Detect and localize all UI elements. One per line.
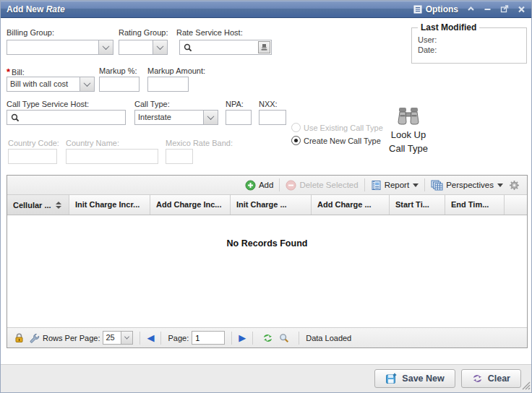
resize-grip[interactable] xyxy=(521,381,531,392)
rate-service-host-clear-button[interactable] xyxy=(258,41,270,53)
rows-per-page-value: 25 xyxy=(103,332,121,344)
title-bar: Add New Rate Options xyxy=(1,1,531,18)
refresh-icon[interactable] xyxy=(262,333,273,343)
chevron-down-icon xyxy=(157,43,164,50)
sort-icon xyxy=(56,202,61,209)
report-button[interactable]: Report xyxy=(371,180,419,191)
markup-amount-label: Markup Amount: xyxy=(147,66,205,75)
radio-icon xyxy=(291,123,301,132)
nxx-input[interactable] xyxy=(259,111,286,124)
rows-per-page-select[interactable]: 25 xyxy=(103,331,133,345)
search-icon xyxy=(11,113,20,122)
npa-field xyxy=(226,110,252,125)
billing-group-dropdown-button[interactable] xyxy=(98,40,113,54)
wrench-icon[interactable] xyxy=(30,333,40,343)
grid-settings-button[interactable] xyxy=(509,180,523,191)
rating-group-dropdown-button[interactable] xyxy=(153,40,167,54)
billing-group-label: Billing Group: xyxy=(7,28,54,37)
rate-service-host-field xyxy=(179,40,272,55)
call-type-select[interactable]: Interstate xyxy=(134,110,218,125)
add-icon xyxy=(245,180,256,191)
close-button[interactable] xyxy=(518,6,525,13)
column-header-add-charge[interactable]: Add Charge ... xyxy=(312,195,390,215)
grid-body: No Records Found xyxy=(7,215,527,327)
lookup-call-type-button[interactable]: Look Up Call Type xyxy=(382,106,434,155)
call-type-service-host-field xyxy=(7,110,126,125)
use-existing-call-type-label: Use Existing Call Type xyxy=(304,124,383,132)
use-existing-call-type-radio: Use Existing Call Type xyxy=(291,123,383,132)
delete-selected-label: Delete Selected xyxy=(299,181,358,189)
last-modified-user-label: User: xyxy=(418,35,520,44)
billing-group-select[interactable] xyxy=(7,40,113,55)
options-button[interactable]: Options xyxy=(413,4,458,14)
rates-grid: Add Delete Selected Report Perspectives xyxy=(7,175,528,348)
country-code-input xyxy=(9,150,56,163)
collapse-button[interactable] xyxy=(467,6,475,12)
report-icon xyxy=(371,180,382,191)
country-name-label: Country Name: xyxy=(66,139,119,147)
popout-button[interactable] xyxy=(500,5,509,13)
search-icon[interactable] xyxy=(279,333,289,343)
chevron-down-icon xyxy=(84,79,91,87)
column-header-init-charge-incr[interactable]: Init Charge Incr... xyxy=(69,195,150,215)
bottom-action-bar: Save New Clear xyxy=(1,364,531,392)
bill-value: Bill with call cost xyxy=(7,77,80,91)
last-modified-group: Last Modified User: Date: xyxy=(411,22,527,64)
pager-separator xyxy=(140,332,140,345)
next-page-button[interactable]: ▶ xyxy=(239,333,246,342)
binoculars-icon xyxy=(396,119,421,128)
bill-select[interactable]: Bill with call cost xyxy=(7,77,95,92)
rows-per-page-dropdown-button[interactable] xyxy=(121,332,132,344)
perspectives-button[interactable]: Perspectives xyxy=(431,180,503,191)
mexico-rate-band-field xyxy=(166,149,193,164)
column-header-filler xyxy=(505,195,527,215)
rate-service-host-label: Rate Service Host: xyxy=(176,28,243,37)
country-name-field xyxy=(66,149,158,164)
lookup-call-type-label-line1: Look Up xyxy=(382,128,434,142)
data-loaded-status: Data Loaded xyxy=(306,334,351,342)
rating-group-label: Rating Group: xyxy=(119,28,168,37)
column-header-start-time[interactable]: Start Ti... xyxy=(390,195,445,215)
call-type-label: Call Type: xyxy=(134,100,170,108)
nxx-label: NXX: xyxy=(259,100,278,108)
create-new-call-type-label: Create New Call Type xyxy=(304,137,381,145)
call-type-value: Interstate xyxy=(135,111,203,124)
markup-amount-field xyxy=(147,77,189,92)
column-header-add-charge-incr[interactable]: Add Charge Inc... xyxy=(150,195,231,215)
column-header-cellular[interactable]: Cellular ... xyxy=(7,195,69,215)
radio-selected-icon xyxy=(291,136,301,145)
save-icon xyxy=(385,373,397,384)
add-button[interactable]: Add xyxy=(245,180,273,191)
previous-page-button[interactable]: ◀ xyxy=(147,333,154,342)
page-input[interactable] xyxy=(192,331,225,345)
perspectives-label: Perspectives xyxy=(446,181,494,189)
window-title: Add New Rate xyxy=(7,4,65,14)
popout-icon xyxy=(500,5,509,13)
nxx-field xyxy=(259,110,286,125)
markup-pct-input[interactable] xyxy=(100,77,139,91)
npa-label: NPA: xyxy=(226,100,244,108)
npa-input[interactable] xyxy=(226,111,251,124)
call-type-service-host-input[interactable] xyxy=(7,111,125,124)
add-label: Add xyxy=(259,181,273,189)
caret-down-icon xyxy=(497,183,503,187)
column-header-end-time[interactable]: End Tim... xyxy=(445,195,505,215)
clear-button[interactable]: Clear xyxy=(461,369,521,388)
mexico-rate-band-label: Mexico Rate Band: xyxy=(166,139,233,147)
minimize-button[interactable] xyxy=(484,6,492,12)
toolbar-separator xyxy=(279,178,280,191)
search-icon xyxy=(184,43,192,52)
call-type-dropdown-button[interactable] xyxy=(203,111,218,124)
grid-header: Cellular ... Init Charge Incr... Add Cha… xyxy=(7,195,527,215)
lock-icon[interactable] xyxy=(14,333,24,343)
toolbar-separator xyxy=(424,178,425,191)
bill-dropdown-button[interactable] xyxy=(80,77,94,91)
markup-amount-input[interactable] xyxy=(148,77,188,91)
delete-selected-button: Delete Selected xyxy=(286,180,358,191)
column-header-init-charge[interactable]: Init Charge ... xyxy=(231,195,312,215)
mexico-rate-band-input xyxy=(166,150,192,163)
create-new-call-type-radio[interactable]: Create New Call Type xyxy=(291,136,381,145)
save-new-button[interactable]: Save New xyxy=(374,369,455,388)
rating-group-select[interactable] xyxy=(119,40,168,55)
last-modified-legend: Last Modified xyxy=(418,22,479,33)
